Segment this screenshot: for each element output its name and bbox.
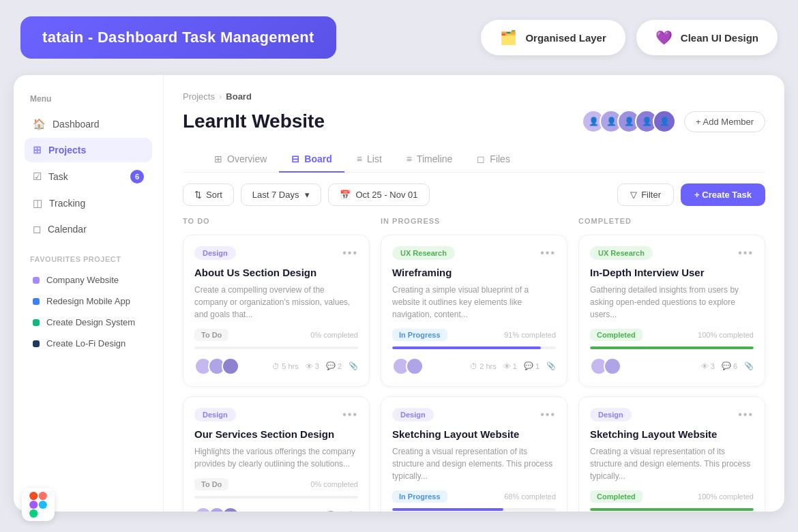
tab-timeline[interactable]: ≡ Timeline [394,147,465,173]
chevron-down-icon: ▾ [305,190,310,200]
card-desc: Creating a visual representation of its … [590,445,754,482]
card-menu-button[interactable]: ••• [738,409,754,421]
views-meta: 👁 3 [701,362,715,370]
sidebar-item-dashboard[interactable]: 🏠 Dashboard [25,112,152,136]
toolbar: ⇅ Sort Last 7 Days ▾ 📅 Oct 25 - Nov 01 ▽… [164,173,784,217]
status-badge: In Progress [392,329,447,341]
app-title: tatain - Dashboard Task Management [20,16,336,59]
member-row: 👤 👤 👤 👤 👤 + Add Member [582,110,765,133]
svg-rect-2 [29,501,38,509]
card-menu-button[interactable]: ••• [342,409,358,421]
content-header: Projects › Board LearnIt Website 👤 👤 👤 👤… [164,75,784,173]
progress-bar [590,508,754,511]
status-badge: In Progress [392,490,447,503]
status-badge: To Do [194,478,228,490]
mini-avatar [222,357,239,375]
sort-icon: ⇅ [194,190,202,200]
svg-rect-0 [29,492,38,500]
views-meta: 👁 1 [503,362,517,370]
sidebar-item-projects[interactable]: ⊞ Projects [25,138,152,162]
fav-label: Redesign Mobile App [46,296,130,306]
date-picker-button[interactable]: 📅 Oct 25 - Nov 01 [328,183,430,206]
breadcrumb-current: Board [226,91,252,102]
date-range-button[interactable]: Last 7 Days ▾ [241,183,321,206]
organised-layer-label: Organised Layer [525,32,606,44]
card-title: In-Depth Interview User [590,267,754,278]
card-footer: ⏱ 5 hrs 👁 3 💬 2 📎 [194,357,358,375]
card-top: Design ••• [194,246,358,260]
views-meta: 👁 3 [306,362,319,370]
mini-avatar-group [590,357,621,375]
sort-button[interactable]: ⇅ Sort [183,183,234,206]
card-top: Design ••• [392,408,556,422]
sidebar-item-calendar[interactable]: ◻ Calendar [25,217,152,241]
progress-bar [590,346,754,349]
sidebar-item-tracking[interactable]: ◫ Tracking [25,191,152,216]
card-services: Design ••• Our Services Section Design H… [183,396,370,512]
card-interview: UX Research ••• In-Depth Interview User … [578,235,765,387]
progress-fill [392,508,503,511]
card-tag: Design [194,408,236,422]
status-badge: To Do [194,329,228,341]
card-menu-button[interactable]: ••• [738,247,754,259]
card-title: Sketching Layout Website [392,428,556,440]
card-sketching-inprogress: Design ••• Sketching Layout Website Crea… [381,396,567,512]
tab-overview[interactable]: ⊞ Overview [202,147,279,173]
card-menu-button[interactable]: ••• [342,247,358,259]
mini-avatar-group [194,507,239,512]
card-status-row: In Progress 91% completed [392,329,556,341]
home-icon: 🏠 [33,118,46,130]
col-header-todo: TO DO [183,217,370,225]
mini-avatar-group [392,357,424,375]
sidebar: Menu 🏠 Dashboard ⊞ Projects ☑ Task 6 ◫ T… [14,75,164,512]
avatar-group: 👤 👤 👤 👤 👤 [582,110,676,133]
hours-meta: ⏱ 5 hrs [272,362,298,370]
figma-logo [22,488,55,512]
card-desc: Highlights the various offerings the com… [194,445,358,470]
create-task-button[interactable]: + Create Task [681,183,765,206]
comments-meta: 💬 1 [326,511,342,512]
status-badge: Completed [590,490,642,503]
card-tag: UX Research [590,246,653,260]
list-icon: ≡ [357,153,362,164]
breadcrumb: Projects › Board [183,91,765,102]
card-menu-button[interactable]: ••• [540,247,556,259]
main-wrap: Menu 🏠 Dashboard ⊞ Projects ☑ Task 6 ◫ T… [14,75,784,512]
card-menu-button[interactable]: ••• [540,409,556,421]
timeline-icon: ≡ [407,153,412,164]
mini-avatar-group [194,357,239,375]
filter-button[interactable]: ▽ Filter [617,183,674,206]
card-about-us: Design ••• About Us Section Design Creat… [183,235,370,387]
filter-icon: ▽ [630,190,637,200]
progress-pct: 0% completed [310,331,358,339]
fav-item-redesign-mobile[interactable]: Redesign Mobile App [25,291,152,311]
progress-bar [194,346,358,349]
col-header-inprogress: IN PROGRESS [381,217,567,225]
card-status-row: Completed 100% completed [590,329,754,341]
sidebar-item-label: Projects [48,145,86,156]
progress-fill [590,346,754,349]
progress-pct: 100% completed [698,331,754,339]
add-member-button[interactable]: + Add Member [684,111,765,132]
date-range-label: Last 7 Days [252,190,299,200]
avatar: 👤 [653,110,676,133]
tab-files[interactable]: ◻ Files [464,147,522,173]
tab-board[interactable]: ⊟ Board [279,147,344,173]
fav-dot [33,277,40,284]
fav-item-create-lofi[interactable]: Create Lo-Fi Design [25,334,152,353]
board-icon: ⊟ [291,153,299,164]
card-desc: Creating a simple visual blueprint of a … [392,284,556,321]
badge-clean-ui: 💜 Clean UI Design [636,20,778,55]
fav-item-create-design[interactable]: Create Design System [25,312,152,332]
tab-list[interactable]: ≡ List [344,147,394,173]
clean-ui-icon: 💜 [655,29,673,46]
svg-rect-3 [29,509,38,512]
grid-icon: ⊞ [33,144,42,156]
card-title: Our Services Section Design [194,428,358,440]
sidebar-item-task[interactable]: ☑ Task 6 [25,164,152,190]
progress-pct: 68% completed [504,492,556,501]
card-status-row: In Progress 68% completed [392,490,556,503]
fav-item-company-website[interactable]: Company Website [25,270,152,290]
project-title-row: LearnIt Website 👤 👤 👤 👤 👤 + Add Member [183,110,765,133]
hours-meta: ⏱ 2 hrs [470,362,496,370]
